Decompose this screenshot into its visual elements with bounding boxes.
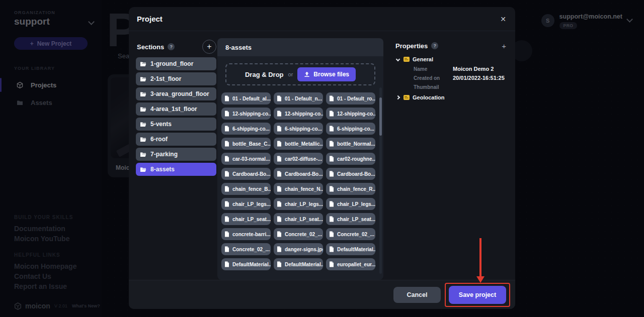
file-chip[interactable]: bottle_Metallic...	[274, 138, 323, 150]
folder-open-icon	[140, 137, 146, 142]
section-item[interactable]: 7-parking	[136, 148, 216, 161]
file-chip[interactable]: danger-signs.jpg	[274, 243, 323, 255]
file-chip-label: 12-shipping-co...	[337, 111, 375, 117]
property-group-geolocation[interactable]: Geolocation	[395, 92, 506, 102]
file-chip[interactable]: Cardboard-Bo...	[326, 168, 375, 180]
file-icon	[224, 156, 229, 162]
file-chip-label: chair_LP_legs...	[285, 201, 323, 207]
property-row: Thumbnail	[395, 82, 506, 91]
file-chip[interactable]: 12-shipping-co...	[221, 108, 271, 120]
file-chip[interactable]: 01 - Default_n...	[274, 92, 323, 104]
file-chip[interactable]: chair_LP_legs...	[274, 198, 323, 210]
file-chip[interactable]: DefaultMaterial...	[221, 258, 271, 270]
file-chip[interactable]: Concrete_02_...	[326, 228, 375, 240]
file-icon	[277, 201, 282, 207]
annotation-highlight-box: Save project	[445, 283, 510, 307]
add-property-button[interactable]: +	[502, 42, 506, 50]
file-chip[interactable]: Concrete_02_...	[221, 243, 271, 255]
file-chip-label: chain_fence_B...	[232, 186, 271, 192]
browse-files-label: Browse files	[313, 71, 349, 78]
section-item[interactable]: 2-1st_floor	[136, 72, 216, 85]
file-chip-label: DefaultMaterial...	[285, 262, 323, 267]
file-icon	[277, 111, 282, 117]
folder-open-icon	[140, 107, 146, 112]
file-chip[interactable]: chair_LP_seat...	[326, 213, 375, 225]
file-icon	[224, 201, 229, 207]
file-icon	[277, 141, 282, 147]
property-value: Moicon Demo 2	[453, 66, 494, 72]
property-group-general[interactable]: General	[395, 54, 506, 64]
file-chip[interactable]: chair_LP_legs...	[221, 198, 271, 210]
file-icon	[224, 141, 229, 147]
file-chip[interactable]: Concrete_02_...	[274, 228, 323, 240]
section-item[interactable]: 6-roof	[136, 133, 216, 146]
file-icon	[329, 126, 334, 132]
file-chip[interactable]: 01 - Default_ro...	[326, 92, 375, 104]
help-icon[interactable]: ?	[431, 42, 438, 49]
file-chip[interactable]: Cardboard-Bo...	[221, 168, 271, 180]
file-chip[interactable]: bottle_Normal...	[326, 138, 375, 150]
file-icon	[277, 156, 282, 162]
section-item[interactable]: 8-assets	[136, 163, 216, 176]
file-chip[interactable]: car02-roughne...	[326, 153, 375, 165]
file-chip[interactable]: 01 - Default_al...	[221, 92, 271, 104]
section-item[interactable]: 3-area_ground_floor	[136, 87, 216, 100]
modal-footer: Cancel Save project	[129, 280, 515, 309]
section-item[interactable]: 5-vents	[136, 118, 216, 131]
file-chip[interactable]: chain_fence_B...	[221, 183, 271, 195]
file-chip-label: chair_LP_legs...	[337, 201, 375, 207]
file-chip[interactable]: 12-shipping-co...	[326, 108, 375, 120]
file-chip-label: bottle_Base_C...	[232, 141, 271, 147]
folder-open-icon	[140, 152, 146, 157]
property-group-label: General	[413, 56, 433, 62]
files-panel-header: 8-assets	[217, 38, 383, 56]
file-chip[interactable]: 6-shipping-co...	[326, 123, 375, 135]
file-chip[interactable]: chain_fence_N...	[274, 183, 323, 195]
file-chip[interactable]: chair_LP_legs...	[326, 198, 375, 210]
sections-title: Sections	[137, 43, 164, 51]
file-chip[interactable]: DefaultMaterial...	[326, 243, 375, 255]
file-chip-label: chair_LP_seat...	[232, 217, 271, 222]
section-item-label: 1-ground_floor	[150, 60, 193, 67]
file-chip[interactable]: car02-diffuse-...	[274, 153, 323, 165]
file-icon	[224, 111, 229, 117]
file-icon	[277, 246, 282, 252]
file-icon	[329, 156, 334, 162]
property-group-icon	[404, 95, 410, 100]
file-icon	[224, 231, 229, 237]
file-chip[interactable]: 6-shipping-co...	[274, 123, 323, 135]
file-chip-label: 12-shipping-co...	[232, 111, 271, 117]
file-chip-label: car02-roughne...	[337, 156, 375, 162]
file-chip[interactable]: 6-shipping-co...	[221, 123, 271, 135]
file-chip-label: bottle_Normal...	[337, 141, 375, 147]
dropzone[interactable]: Drag & Drop or Browse files	[225, 63, 375, 85]
file-chip[interactable]: chain_fence_R...	[326, 183, 375, 195]
file-chip[interactable]: bottle_Base_C...	[221, 138, 271, 150]
add-section-button[interactable]: +	[202, 40, 216, 54]
file-chip[interactable]: Cardboard-Bo...	[274, 168, 323, 180]
file-icon	[277, 231, 282, 237]
dropzone-label: Drag & Drop	[245, 71, 284, 78]
file-chip[interactable]: europallet_eur...	[326, 258, 375, 270]
file-chip[interactable]: 12-shipping-co...	[274, 108, 323, 120]
file-chip-label: Cardboard-Bo...	[232, 171, 271, 177]
close-icon[interactable]: ✕	[500, 16, 506, 23]
section-item-label: 2-1st_floor	[150, 75, 181, 82]
section-item[interactable]: 4-area_1st_floor	[136, 102, 216, 116]
file-chip[interactable]: chair_LP_seat...	[274, 213, 323, 225]
file-chip[interactable]: concrete-barri...	[221, 228, 271, 240]
section-item[interactable]: 1-ground_floor	[136, 57, 216, 70]
browse-files-button[interactable]: Browse files	[297, 67, 356, 81]
scrollbar-thumb[interactable]	[379, 97, 382, 136]
help-icon[interactable]: ?	[168, 43, 175, 50]
save-project-button[interactable]: Save project	[449, 286, 506, 304]
file-icon	[329, 111, 334, 117]
file-chip[interactable]: chair_LP_seat...	[221, 213, 271, 225]
section-item-label: 4-area_1st_floor	[150, 105, 197, 113]
folder-open-icon	[140, 76, 146, 82]
cancel-button[interactable]: Cancel	[393, 287, 441, 303]
file-chip[interactable]: car-03-normal...	[221, 153, 271, 165]
properties-panel: Properties ? + General Name Moicon Demo …	[395, 38, 508, 280]
file-chip[interactable]: DefaultMaterial...	[274, 258, 323, 270]
file-chip-label: chair_LP_seat...	[337, 217, 375, 222]
